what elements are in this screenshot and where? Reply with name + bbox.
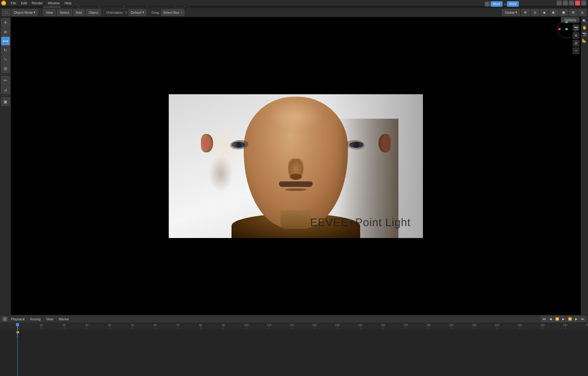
ruler-label-70: 70 [176, 323, 179, 326]
global-btn[interactable]: Global▾ [502, 9, 520, 16]
timeline-scrubber[interactable] [17, 323, 18, 337]
transform-combo-tool[interactable]: ⊞ [1, 64, 10, 73]
timeline-ruler[interactable]: 0102030405060708090100110120130140150160… [0, 323, 588, 329]
menu-edit[interactable]: Edit [19, 1, 29, 6]
drag-dropdown[interactable]: Select Box ~ [161, 9, 184, 16]
render-shading-icon[interactable]: ⊕ [573, 32, 579, 39]
menu-render[interactable]: Render [30, 1, 45, 6]
timeline-content[interactable] [0, 329, 588, 376]
object-mode-dropdown[interactable]: Object Mode ▾ [12, 9, 38, 16]
viewport-shading-render[interactable]: ▣ [559, 9, 568, 16]
menu-help[interactable]: Help [62, 1, 74, 6]
play-btn[interactable]: ▶ [561, 316, 566, 322]
annotate-tool[interactable]: ✏ [1, 76, 10, 85]
prev-frame-btn[interactable]: ◀ [548, 316, 553, 322]
sys-icon-2[interactable] [563, 1, 568, 6]
eevee-label: EEVEE+Point Light [310, 216, 411, 229]
ruler-label-90: 90 [222, 323, 225, 326]
header-toolbar: ⬚ Object Mode ▾ View Select Add Object O… [0, 8, 588, 17]
move-tool[interactable]: ⊕ [1, 28, 10, 36]
viewport-type-btn[interactable]: ⬚ [2, 9, 10, 16]
timeline-controls: ⏮ ◀ ⏪ ▶ ⏩ ▶ ⏭ [541, 316, 586, 322]
object-btn[interactable]: Object [86, 9, 101, 16]
menu-file[interactable]: File [9, 1, 18, 6]
ruv-buttons: + RUV ▲ RUV [485, 1, 519, 7]
render-image: EEVEE+Point Light [169, 94, 423, 238]
hand-btn[interactable]: 🖐 [582, 25, 587, 30]
left-toolbar: ✛ ⊕ ⟺ ↻ ⤡ ⊞ ✏ ⊿ ▣ [0, 17, 11, 315]
gizmo-btn[interactable]: A [579, 9, 586, 16]
right-panel: 🔍 🖐 📷 📐 [581, 17, 588, 315]
ruler-label-230: 230 [540, 323, 545, 326]
menu-window[interactable]: Window [46, 1, 62, 6]
ruler-label-20: 20 [62, 323, 66, 326]
next-frame-btn[interactable]: ▶ [574, 316, 579, 322]
tool-divider-2 [2, 95, 9, 96]
jump-end-btn[interactable]: ⏭ [580, 316, 586, 322]
ruler-label-50: 50 [131, 323, 134, 326]
sys-icon-3[interactable] [569, 1, 574, 6]
cursor-tool[interactable]: ✛ [1, 18, 10, 27]
sys-icon-5[interactable] [581, 1, 586, 6]
properties-btn[interactable]: 📐 [582, 38, 587, 43]
main-viewport[interactable]: EEVEE+Point Light [11, 17, 581, 315]
timeline-menu-playback[interactable]: Playback [9, 317, 27, 322]
solid-icon: ◐ [552, 10, 555, 14]
overlay-btn[interactable]: ⊞ [569, 9, 577, 16]
ruv-secondary-btn[interactable]: RUV [507, 1, 519, 7]
rotate-tool[interactable]: ↻ [1, 46, 10, 54]
mustache [279, 181, 313, 187]
timeline-menu-view[interactable]: View [44, 317, 55, 322]
drag-label: Drag: [152, 11, 160, 14]
mouth [285, 188, 307, 191]
scrubber-head [16, 323, 19, 326]
sys-icon-1[interactable] [557, 1, 562, 6]
add-workspace-btn[interactable]: + [485, 2, 490, 6]
overlay-icon: ⊞ [572, 10, 575, 14]
ruler-label-170: 170 [403, 323, 408, 326]
camera-btn[interactable]: 📷 [582, 31, 587, 37]
view-btn[interactable]: View [43, 9, 56, 16]
ruler-label-100: 100 [244, 323, 248, 326]
scale-tool[interactable]: ⤡ [1, 55, 10, 64]
sys-icon-4[interactable] [575, 1, 580, 6]
ruler-label-120: 120 [289, 323, 294, 326]
timeline-editor-icon[interactable]: ⊞ [2, 317, 7, 322]
app-corner: B [1, 1, 6, 6]
object-mode-arrow: ▾ [34, 10, 36, 14]
ruv-active-btn[interactable]: RUV [491, 1, 503, 7]
light-reflection [209, 125, 239, 171]
timeline-menu-keying[interactable]: Keying [28, 317, 43, 322]
next-keyframe-btn[interactable]: ⏩ [567, 316, 573, 322]
search-scene-btn[interactable]: 🔍 [582, 18, 587, 24]
jump-start-btn[interactable]: ⏮ [541, 316, 547, 322]
shading-icon: ■ [543, 11, 545, 14]
overlay-toggle-icon[interactable]: ⊞ [573, 40, 579, 47]
select-btn[interactable]: Select [57, 9, 72, 16]
ruler-label-60: 60 [153, 323, 156, 326]
ruler-label-220: 220 [517, 323, 522, 326]
add-cube-tool[interactable]: ▣ [1, 97, 10, 106]
measure-tool[interactable]: ⊿ [1, 85, 10, 94]
proportional-btn[interactable]: ◎ [531, 9, 539, 16]
tool-divider [2, 74, 9, 75]
zoom-camera-icon[interactable]: 📷 [573, 24, 579, 31]
orientation-dropdown[interactable]: Default ▾ [129, 9, 146, 16]
prev-keyframe-btn[interactable]: ⏪ [554, 316, 560, 322]
transform-tool[interactable]: ⟺ [1, 37, 10, 45]
timeline-header: ⊞ Playback Keying View Marker ⏮ ◀ ⏪ ▶ ⏩ … [0, 315, 588, 323]
snap-btn[interactable]: ⊕ [521, 9, 530, 16]
keyframe-marker[interactable] [16, 330, 19, 334]
timeline-menu-marker[interactable]: Marker [57, 317, 71, 322]
ruler-label-190: 190 [449, 323, 454, 326]
forehead-highlight [268, 100, 323, 131]
prop-icon: ◎ [533, 10, 537, 14]
ruler-label-250: 250 [586, 323, 588, 326]
add-btn[interactable]: Add [73, 9, 85, 16]
orientation-arrow: ▾ [142, 10, 144, 14]
ruler-label-30: 30 [85, 323, 88, 326]
viewport-shading-solid[interactable]: ◐ [549, 9, 558, 16]
gizmo-z-axis [565, 21, 568, 23]
viewport-shading-btn[interactable]: ■ [541, 9, 548, 16]
gizmo-toggle-icon[interactable]: ⊹ [573, 47, 579, 54]
